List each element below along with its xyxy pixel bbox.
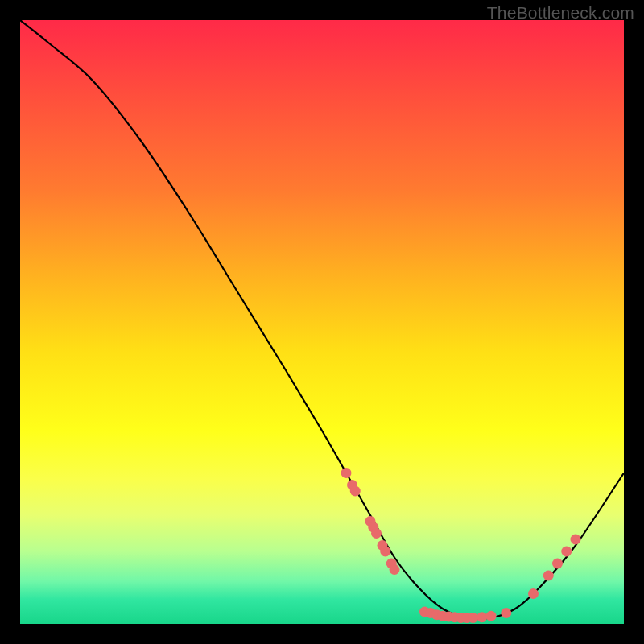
data-marker xyxy=(552,559,563,569)
data-marker xyxy=(350,486,361,497)
data-marker xyxy=(477,612,487,622)
data-marker xyxy=(501,608,511,618)
data-marker xyxy=(543,571,554,581)
data-marker xyxy=(571,535,581,545)
curve-path xyxy=(20,20,624,619)
plot-area xyxy=(20,20,624,624)
chart-container: TheBottleneck.com xyxy=(0,0,644,644)
data-marker xyxy=(528,588,539,599)
data-marker xyxy=(561,547,572,557)
data-marker xyxy=(380,547,390,557)
watermark-text: TheBottleneck.com xyxy=(487,3,634,23)
data-marker xyxy=(341,468,352,478)
markers-group xyxy=(341,468,581,623)
chart-svg xyxy=(20,20,624,624)
data-marker xyxy=(371,528,382,539)
data-marker xyxy=(468,613,478,623)
data-marker xyxy=(486,611,497,621)
data-marker xyxy=(390,564,400,575)
